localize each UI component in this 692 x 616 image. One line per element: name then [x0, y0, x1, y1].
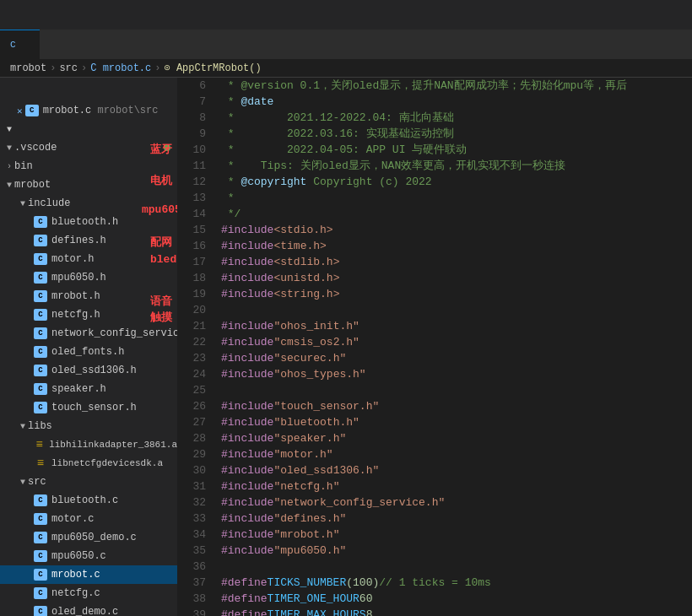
code-line: #include <string.h>	[221, 286, 692, 302]
tree-item-oled-ssd1306-h[interactable]: Coled_ssd1306.h	[0, 361, 177, 380]
tree-item-oled-demo-c[interactable]: Coled_demo.c	[0, 602, 177, 616]
tab-mrobot-c[interactable]: C	[0, 30, 40, 59]
code-line: */	[221, 206, 692, 222]
line-number: 9	[177, 126, 206, 142]
code-line: * @copyright Copyright (c) 2022	[221, 174, 692, 190]
code-line: #include <stdlib.h>	[221, 254, 692, 270]
line-number: 28	[177, 430, 206, 446]
line-number: 32	[177, 494, 206, 511]
tree-item-touch-sensor-h[interactable]: Ctouch_sensor.h	[0, 398, 177, 417]
tree-item-mpu6050-demo-c[interactable]: Cmpu6050_demo.c	[0, 528, 177, 547]
line-number: 34	[177, 527, 206, 543]
folder-arrow-icon: ▼	[7, 181, 12, 190]
line-number: 18	[177, 270, 206, 286]
code-line: * Tips: 关闭oled显示，NAN效率更高，开机实现不到一秒连接	[221, 158, 692, 174]
tree-item-bluetooth-c[interactable]: Cbluetooth.c	[0, 491, 177, 510]
code-area: * @version 0.1，关闭oled显示，提升NAN配网成功率；先初始化m…	[213, 78, 692, 616]
c-icon: C	[34, 494, 47, 506]
c-icon: C	[34, 327, 47, 339]
open-file-item[interactable]: ✕ C mrobot.c mrobot\src	[0, 101, 177, 120]
c-icon: C	[34, 569, 47, 581]
open-file-label: mrobot.c mrobot\src	[43, 105, 159, 116]
c-icon: C	[34, 550, 47, 562]
line-number: 13	[177, 190, 206, 206]
tree-item-motor-c[interactable]: Cmotor.c	[0, 510, 177, 528]
folder-arrow-icon: ▼	[20, 422, 25, 431]
c-icon: C	[34, 587, 47, 599]
line-number: 31	[177, 478, 206, 494]
code-line: #define TIMER_MAX_HOURS 8	[221, 607, 692, 616]
line-number: 10	[177, 142, 206, 158]
line-number: 30	[177, 462, 206, 478]
code-line: #include <unistd.h>	[221, 270, 692, 286]
lib-label: libnetcfgdevicesdk.a	[51, 458, 163, 468]
file-label: bluetooth.h	[51, 216, 118, 228]
c-icon: C	[34, 402, 47, 413]
tree-item-bin[interactable]: ›bin	[0, 157, 177, 176]
tree-item-src[interactable]: ▼src	[0, 473, 177, 491]
tree-item-motor-h[interactable]: Cmotor.h	[0, 250, 177, 268]
line-number: 11	[177, 158, 206, 174]
file-label: mrobot.h	[51, 290, 100, 302]
line-number: 27	[177, 414, 206, 430]
line-number: 14	[177, 206, 206, 222]
tree-item-mpu6050-c[interactable]: Cmpu6050.c	[0, 547, 177, 565]
code-line	[221, 302, 692, 318]
tree-item-netcfg-h[interactable]: Cnetcfg.h	[0, 305, 177, 324]
editor-content[interactable]: 6789101112131415161718192021222324252627…	[177, 78, 692, 616]
file-label: mpu6050.c	[51, 550, 106, 562]
tree-item-libnetcfgdevicesdk-a[interactable]: ≡libnetcfgdevicesdk.a	[0, 454, 177, 473]
line-number: 22	[177, 334, 206, 350]
project-header[interactable]: ▼	[0, 120, 177, 138]
tab-bar: C	[0, 30, 692, 59]
tree-item-defines-h[interactable]: Cdefines.h	[0, 231, 177, 250]
line-number: 6	[177, 78, 206, 94]
tree-item-mrobot-h[interactable]: Cmrobot.h	[0, 287, 177, 305]
tree-item-network-config-service-h[interactable]: Cnetwork_config_service.h	[0, 324, 177, 343]
line-number: 33	[177, 511, 206, 527]
code-line: #include <stdio.h>	[221, 222, 692, 238]
tree-item-oled-fonts-h[interactable]: Coled_fonts.h	[0, 343, 177, 361]
tree-item-libhilinkadapter-3861-a[interactable]: ≡libhilinkadapter_3861.a	[0, 435, 177, 454]
file-label: mpu6050_demo.c	[51, 532, 137, 543]
main-area: ✕ C mrobot.c mrobot\src ▼ ▼.vscode›bin▼m…	[0, 78, 692, 616]
code-line: #include "cmsis_os2.h"	[221, 334, 692, 350]
tree-item-netcfg-c[interactable]: Cnetcfg.c	[0, 584, 177, 602]
tree-item-speaker-h[interactable]: Cspeaker.h	[0, 380, 177, 398]
project-arrow-icon: ▼	[7, 125, 12, 134]
tree-item-mpu6050-h[interactable]: Cmpu6050.h	[0, 268, 177, 287]
c-icon: C	[34, 290, 47, 302]
lib-label: libhilinkadapter_3861.a	[49, 440, 177, 450]
tab-c-icon: C	[10, 40, 16, 50]
folder-arrow-icon: ▼	[20, 199, 25, 208]
line-number: 21	[177, 318, 206, 334]
tree-item-mrobot[interactable]: ▼mrobot	[0, 176, 177, 194]
tree-item-include[interactable]: ▼include	[0, 194, 177, 213]
code-line: #include "oled_ssd1306.h"	[221, 462, 692, 478]
sidebar: ✕ C mrobot.c mrobot\src ▼ ▼.vscode›bin▼m…	[0, 78, 177, 616]
line-number: 24	[177, 366, 206, 382]
line-number: 17	[177, 254, 206, 270]
tree-item-libs[interactable]: ▼libs	[0, 417, 177, 435]
tree-item-mrobot-c[interactable]: Cmrobot.c	[0, 565, 177, 584]
code-line: #include "motor.h"	[221, 446, 692, 462]
file-label: motor.h	[51, 253, 94, 265]
c-icon: C	[34, 309, 47, 321]
tree-item--vscode[interactable]: ▼.vscode	[0, 138, 177, 157]
code-line: #include "defines.h"	[221, 511, 692, 527]
open-editors-header	[0, 78, 177, 101]
lib-icon: ≡	[34, 439, 45, 451]
c-icon: C	[34, 365, 47, 376]
file-label: mpu6050.h	[51, 272, 106, 284]
code-line: #define TIMER_ONE_HOUR 60	[221, 591, 692, 607]
tree-item-bluetooth-h[interactable]: Cbluetooth.h	[0, 213, 177, 231]
folder-label: .vscode	[14, 142, 57, 154]
modified-dot	[164, 144, 170, 151]
line-number: 23	[177, 350, 206, 366]
c-icon: C	[34, 346, 47, 358]
c-icon: C	[34, 235, 47, 246]
code-line	[221, 382, 692, 398]
line-number: 19	[177, 286, 206, 302]
file-label: bluetooth.c	[51, 494, 118, 506]
code-line: * 2022.04-05: APP UI 与硬件联动	[221, 142, 692, 158]
